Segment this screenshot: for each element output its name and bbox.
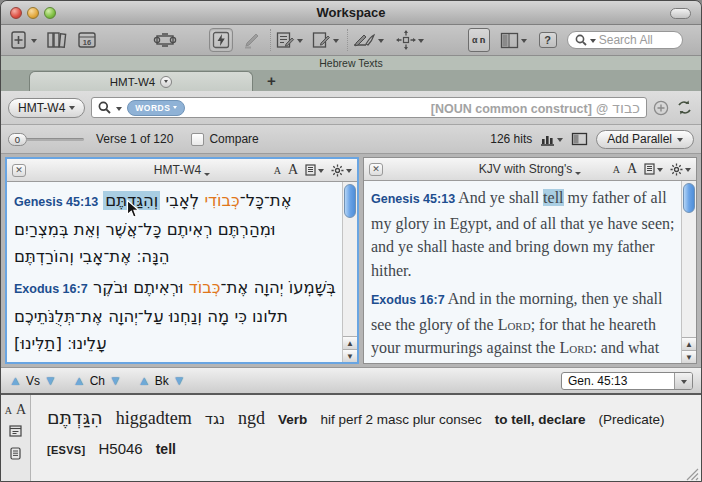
instant-details-button[interactable]	[209, 28, 233, 52]
add-tab-button[interactable]: +	[267, 71, 276, 91]
hebrew-word[interactable]: [תַלִּינוּ]	[14, 334, 62, 353]
tab-menu-button[interactable]	[160, 76, 172, 88]
hebrew-word[interactable]: אֶת־תְּלֻנֹּתֵיכֶם	[14, 307, 103, 326]
hovered-word[interactable]: וְהִגַּדְתֶּם	[103, 191, 160, 210]
chevron-down-icon	[116, 107, 122, 111]
toolbar-toggle-button[interactable]	[670, 8, 691, 19]
compare-checkbox[interactable]	[191, 133, 204, 146]
hebrew-word[interactable]: עָלֵינוּ׃	[67, 334, 107, 353]
gear-menu-button[interactable]	[331, 158, 352, 182]
increase-text-size-button[interactable]: A	[288, 162, 298, 178]
chevron-down-icon	[333, 39, 339, 43]
search-all-field[interactable]: Search All	[567, 31, 683, 49]
close-pane-button[interactable]: ✕	[12, 164, 26, 177]
hebrew-word[interactable]: עַל־יְהוָה	[108, 307, 164, 326]
analysis-graph-button[interactable]	[540, 127, 563, 151]
edit-item-button[interactable]	[311, 28, 339, 52]
display-settings-button[interactable]	[644, 157, 663, 181]
next-chapter-button[interactable]: ▼	[109, 374, 122, 387]
module-select-button[interactable]: HMT-W4	[8, 98, 85, 118]
verse-slider-track[interactable]	[26, 138, 84, 141]
resize-grip[interactable]	[686, 468, 699, 481]
new-tab-button[interactable]	[9, 28, 37, 52]
hebrew-word[interactable]: אֶת־כְּבוֹד	[189, 278, 249, 297]
scroll-down-button[interactable]: ▼	[343, 349, 357, 362]
search-entry-field[interactable]: WORDS [NOUN common construct] @ כבוד	[91, 97, 647, 118]
hebrew-word[interactable]: וּמִהַרְתֶּם	[218, 220, 276, 239]
verse-reference[interactable]: Exodus 16:7	[371, 293, 445, 307]
hebrew-word[interactable]: הֵנָּה׃	[136, 247, 169, 266]
details-notes-button[interactable]	[1, 446, 30, 464]
scroll-up-button[interactable]: ▲	[682, 337, 696, 350]
hebrew-word[interactable]: בְּמִצְרַיִם	[14, 220, 69, 239]
decrease-text-size-button[interactable]: A	[613, 164, 620, 175]
hebrew-word[interactable]: בְּשָׁמְעוֹ	[289, 278, 336, 297]
tab-hmt-w4[interactable]: HMT-W4	[29, 71, 253, 91]
language-button[interactable]: αח	[468, 28, 490, 52]
hebrew-word[interactable]: לְאָבִי	[165, 191, 199, 210]
user-notes-button[interactable]	[275, 28, 303, 52]
hebrew-word[interactable]: וּבֹקֶר	[93, 278, 128, 297]
svg-text:16: 16	[83, 38, 91, 47]
scroll-up-button[interactable]: ▲	[343, 336, 357, 349]
hebrew-word[interactable]: תלונו	[252, 307, 288, 326]
verse-slider-thumb[interactable]: 0	[8, 133, 27, 146]
title-bar[interactable]: Workspace	[1, 1, 701, 25]
scope-pill-words[interactable]: WORDS	[127, 100, 185, 116]
add-parallel-button[interactable]: Add Parallel	[596, 130, 694, 149]
go-to-reference-combo[interactable]: Gen. 45:13	[561, 372, 693, 390]
hebrew-word-part[interactable]: אֶת־	[221, 278, 249, 297]
next-verse-button[interactable]: ▼	[44, 374, 57, 387]
scrollbar-thumb[interactable]	[683, 183, 695, 213]
prev-book-button[interactable]: ▲	[138, 374, 151, 387]
hebrew-word[interactable]: אֶת־אָבִי	[79, 247, 131, 266]
gear-menu-button[interactable]	[670, 157, 691, 181]
hebrew-word[interactable]: וּרְאִיתֶם	[133, 278, 183, 297]
tab-bar: HMT-W4 +	[1, 70, 701, 91]
hebrew-pane-scrollbar[interactable]: ▲ ▼	[342, 182, 357, 362]
hebrew-word[interactable]: רְאִיתֶם	[167, 220, 213, 239]
increase-text-size-button[interactable]: A	[16, 402, 26, 417]
help-button[interactable]: ?	[539, 32, 557, 48]
daily-reading-button[interactable]: 16	[77, 28, 97, 52]
increase-text-size-button[interactable]: A	[627, 161, 637, 177]
verse-reference[interactable]: Genesis 45:13	[14, 195, 98, 209]
decrease-text-size-button[interactable]: A	[274, 165, 281, 176]
hebrew-word[interactable]: וְהוֹרַדְתֶּם	[14, 247, 74, 266]
texts-scroll-button[interactable]	[153, 28, 177, 52]
update-search-button[interactable]	[675, 99, 694, 116]
next-book-button[interactable]: ▼	[173, 374, 186, 387]
verse-reference[interactable]: Genesis 45:13	[371, 192, 455, 206]
reference-dropdown-button[interactable]	[674, 373, 692, 389]
hebrew-word[interactable]: כָּל־אֲשֶׁר	[105, 220, 161, 239]
scroll-down-button[interactable]: ▼	[682, 350, 696, 363]
hebrew-word[interactable]: וְנַחְנוּ	[169, 307, 202, 326]
prev-verse-button[interactable]: ▲	[9, 374, 22, 387]
details-window-button[interactable]	[1, 423, 30, 441]
display-settings-button[interactable]	[305, 158, 324, 182]
hebrew-word[interactable]: וְאֵת	[74, 220, 100, 239]
hebrew-word[interactable]: יְהוָה	[254, 278, 284, 297]
verse: Genesis 45:13 And ye shall tell my fathe…	[371, 186, 675, 282]
decrease-text-size-button[interactable]: A	[5, 405, 12, 416]
verse-reference[interactable]: Exodus 16:7	[14, 282, 88, 296]
scrollbar-thumb[interactable]	[344, 184, 356, 218]
hit-word[interactable]: כְּבוֹד	[189, 278, 221, 297]
hebrew-word[interactable]: כִּי	[234, 307, 246, 326]
add-search-term-button[interactable]	[653, 100, 669, 116]
verse-nav-group: ▲ Vs ▼	[9, 374, 57, 388]
hebrew-word[interactable]: מָה	[207, 307, 229, 326]
arrange-panes-button[interactable]	[500, 28, 527, 52]
library-button[interactable]	[46, 28, 68, 52]
close-pane-button[interactable]: ✕	[369, 163, 383, 176]
hebrew-word[interactable]: אֶת־כָּל־כְּבוֹדִי	[204, 191, 291, 210]
kjv-pane-scrollbar[interactable]: ▲ ▼	[681, 181, 696, 363]
highlighted-word[interactable]: tell	[543, 189, 563, 206]
hebrew-word-part[interactable]: אֶת־כָּל־	[240, 191, 292, 210]
amplify-button[interactable]	[396, 28, 424, 52]
write-pens-button[interactable]	[352, 28, 384, 52]
details-pane-button[interactable]	[571, 127, 588, 151]
hit-word[interactable]: כְּבוֹדִי	[204, 191, 239, 210]
highlighter-button[interactable]	[242, 28, 262, 52]
prev-chapter-button[interactable]: ▲	[73, 374, 86, 387]
